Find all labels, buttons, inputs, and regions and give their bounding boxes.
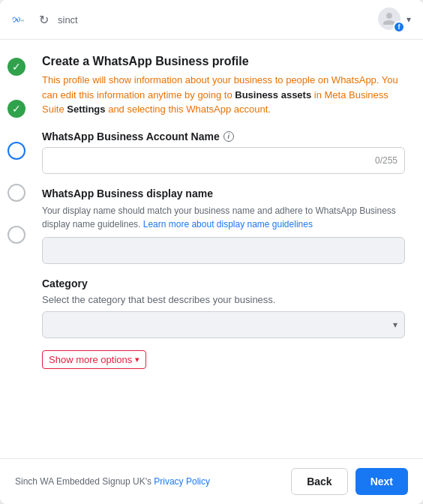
category-select-wrap: ▾ <box>42 311 405 338</box>
account-name-label: WhatsApp Business Account Name i <box>42 130 405 142</box>
meta-logo-icon: ∞ <box>12 14 33 26</box>
modal-body: ✓ ✓ Create a WhatsApp Business profile T… <box>0 40 423 458</box>
account-name-info-icon[interactable]: i <box>224 131 234 142</box>
svg-text:∞: ∞ <box>21 18 24 22</box>
display-name-description: Your display name should match your busi… <box>42 204 405 231</box>
back-button[interactable]: Back <box>291 468 347 495</box>
privacy-prefix: Sinch WA Embedded Signup UK's <box>15 476 154 487</box>
account-name-field-wrap: 0/255 <box>42 147 405 174</box>
header-brand-label: sinct <box>58 14 78 26</box>
modal-header: ∞ ↻ sinct f ▾ <box>0 0 423 40</box>
footer-privacy: Sinch WA Embedded Signup UK's Privacy Po… <box>15 476 210 487</box>
steps-sidebar: ✓ ✓ <box>0 40 33 458</box>
category-label-text: Category <box>42 278 88 290</box>
display-name-input[interactable] <box>42 237 405 264</box>
step-2-check: ✓ <box>12 103 21 115</box>
avatar[interactable]: f <box>378 8 402 32</box>
category-label: Category <box>42 278 405 290</box>
display-name-label-text: WhatsApp Business display name <box>42 188 213 200</box>
step-3-indicator <box>8 142 26 160</box>
category-select[interactable] <box>42 311 405 338</box>
desc-bold-settings: Settings <box>67 104 105 115</box>
modal-footer: Sinch WA Embedded Signup UK's Privacy Po… <box>0 458 423 504</box>
account-name-label-text: WhatsApp Business Account Name <box>42 130 220 142</box>
display-name-label: WhatsApp Business display name <box>42 188 405 200</box>
modal-container: ∞ ↻ sinct f ▾ ✓ <box>0 0 423 504</box>
display-name-guidelines-link[interactable]: Learn more about display name guidelines <box>143 219 313 230</box>
show-more-chevron-icon: ▾ <box>135 355 140 364</box>
privacy-policy-link[interactable]: Privacy Policy <box>154 476 210 487</box>
step-2-indicator: ✓ <box>8 100 26 118</box>
step-4-indicator <box>8 184 26 202</box>
header-dropdown-icon[interactable]: ▾ <box>406 14 411 25</box>
show-more-label: Show more options <box>49 354 132 365</box>
main-content: Create a WhatsApp Business profile This … <box>33 40 423 458</box>
section-description: This profile will show information about… <box>42 73 405 117</box>
header-left: ∞ ↻ sinct <box>12 13 78 27</box>
desc-bold-assets: Business assets <box>235 89 311 100</box>
footer-actions: Back Next <box>291 468 408 495</box>
desc-end: and selecting this WhatsApp account. <box>106 104 271 115</box>
step-1-check: ✓ <box>12 61 21 73</box>
account-name-input[interactable] <box>42 147 405 174</box>
category-description: Select the category that best describes … <box>42 294 405 305</box>
step-5-indicator <box>8 226 26 244</box>
facebook-badge: f <box>393 21 405 33</box>
show-more-options-button[interactable]: Show more options ▾ <box>42 350 146 369</box>
category-desc-text: Select the category that best describes … <box>42 294 275 305</box>
step-1-indicator: ✓ <box>8 58 26 76</box>
next-button[interactable]: Next <box>356 468 408 495</box>
section-title: Create a WhatsApp Business profile <box>42 55 405 68</box>
header-right: f ▾ <box>378 8 411 32</box>
refresh-icon[interactable]: ↻ <box>39 13 49 27</box>
